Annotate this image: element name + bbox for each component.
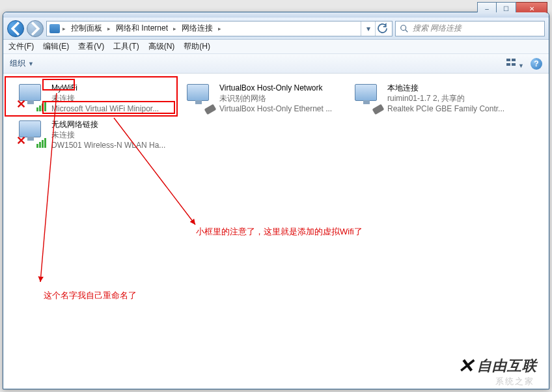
- connection-name: MyWiFi: [51, 83, 159, 93]
- svg-rect-4: [506, 63, 510, 66]
- content-area: ✕ MyWiFi 未连接 Microsoft Virtual WiFi Mini…: [3, 74, 549, 389]
- menu-edit[interactable]: 编辑(E): [43, 41, 69, 52]
- chevron-right-icon: ▸: [107, 25, 111, 32]
- connection-item-local[interactable]: 本地连接 ruimin01-1.7 2, 共享的 Realtek PCIe GB…: [348, 80, 516, 117]
- svg-rect-2: [506, 59, 510, 61]
- menu-bar: 文件(F) 编辑(E) 查看(V) 工具(T) 高级(N) 帮助(H): [3, 40, 549, 54]
- wifi-adapter-icon: ✕: [16, 83, 46, 111]
- command-bar: 组织 ▼ ▼ ?: [3, 54, 549, 74]
- menu-tools[interactable]: 工具(T): [113, 41, 139, 52]
- svg-rect-5: [512, 63, 516, 66]
- connection-name: 本地连接: [387, 83, 504, 93]
- organize-button[interactable]: 组织: [10, 58, 25, 69]
- help-button[interactable]: ?: [531, 58, 542, 70]
- refresh-button[interactable]: [375, 21, 389, 36]
- explorer-window: – ☐ ✕ ▸ 控制面板 ▸ 网络和 Internet ▸ 网络连接 ▸ ▾: [3, 12, 549, 389]
- chevron-right-icon: ▸: [62, 25, 66, 32]
- watermark-text: 自由互联: [477, 356, 537, 376]
- connection-name: VirtualBox Host-Only Network: [219, 83, 332, 93]
- chevron-right-icon: ▸: [218, 25, 221, 32]
- connection-status: 未连接: [51, 93, 159, 104]
- chevron-right-icon: ▸: [173, 25, 176, 32]
- menu-help[interactable]: 帮助(H): [184, 41, 210, 52]
- connection-status: 未连接: [51, 130, 165, 140]
- ethernet-adapter-icon: [184, 83, 214, 111]
- connection-item-wireless[interactable]: ✕ 无线网络链接 未连接 DW1501 Wireless-N WLAN Ha..…: [12, 117, 180, 153]
- menu-advanced[interactable]: 高级(N): [148, 41, 175, 52]
- breadcrumb-network-internet[interactable]: 网络和 Internet: [113, 23, 171, 34]
- connection-device: Microsoft Virtual WiFi Minipor...: [51, 104, 159, 114]
- svg-point-0: [401, 25, 406, 30]
- breadcrumb-control-panel[interactable]: 控制面板: [68, 23, 105, 34]
- address-dropdown-button[interactable]: ▾: [361, 21, 375, 36]
- menu-file[interactable]: 文件(F): [8, 41, 34, 52]
- wifi-adapter-icon: ✕: [16, 119, 46, 148]
- connection-device: Realtek PCIe GBE Family Contr...: [387, 104, 504, 114]
- svg-line-1: [406, 29, 408, 32]
- search-icon: [400, 24, 409, 33]
- connection-device: DW1501 Wireless-N WLAN Ha...: [51, 140, 165, 150]
- chevron-down-icon: ▼: [28, 61, 34, 67]
- connection-name: 无线网络链接: [51, 119, 165, 130]
- address-bar[interactable]: ▸ 控制面板 ▸ 网络和 Internet ▸ 网络连接 ▸ ▾: [46, 21, 393, 36]
- connection-device: VirtualBox Host-Only Ethernet ...: [219, 104, 332, 114]
- connection-status: 未识别的网络: [219, 93, 332, 104]
- network-folder-icon: [49, 24, 60, 33]
- ethernet-adapter-icon: [352, 83, 382, 111]
- watermark-sub: 系统之家: [495, 376, 534, 387]
- titlebar[interactable]: [3, 12, 549, 18]
- connection-status: ruimin01-1.7 2, 共享的: [387, 93, 504, 104]
- search-input[interactable]: 搜索 网络连接: [395, 21, 545, 36]
- back-button[interactable]: [7, 20, 24, 37]
- connection-item-virtualbox[interactable]: VirtualBox Host-Only Network 未识别的网络 Virt…: [180, 80, 348, 117]
- search-placeholder: 搜索 网络连接: [413, 23, 462, 34]
- navigation-bar: ▸ 控制面板 ▸ 网络和 Internet ▸ 网络连接 ▸ ▾ 搜索 网络连接: [3, 18, 549, 40]
- annotation-text-2: 这个名字我自己重命名了: [44, 290, 137, 301]
- svg-rect-3: [512, 59, 516, 61]
- address-tail: ▾: [361, 21, 389, 36]
- connection-item-mywifi[interactable]: ✕ MyWiFi 未连接 Microsoft Virtual WiFi Mini…: [12, 80, 180, 117]
- connections-list: ✕ MyWiFi 未连接 Microsoft Virtual WiFi Mini…: [12, 80, 540, 153]
- view-options-button[interactable]: ▼: [506, 57, 524, 70]
- menu-view[interactable]: 查看(V): [78, 41, 104, 52]
- annotation-text-1: 小框里的注意了，这里就是添加的虚拟Wifi了: [196, 226, 363, 238]
- forward-button[interactable]: [27, 20, 44, 37]
- breadcrumb-network-connections[interactable]: 网络连接: [179, 23, 215, 34]
- watermark: ✕ 自由互联: [458, 354, 537, 377]
- watermark-logo-icon: ✕: [458, 354, 475, 377]
